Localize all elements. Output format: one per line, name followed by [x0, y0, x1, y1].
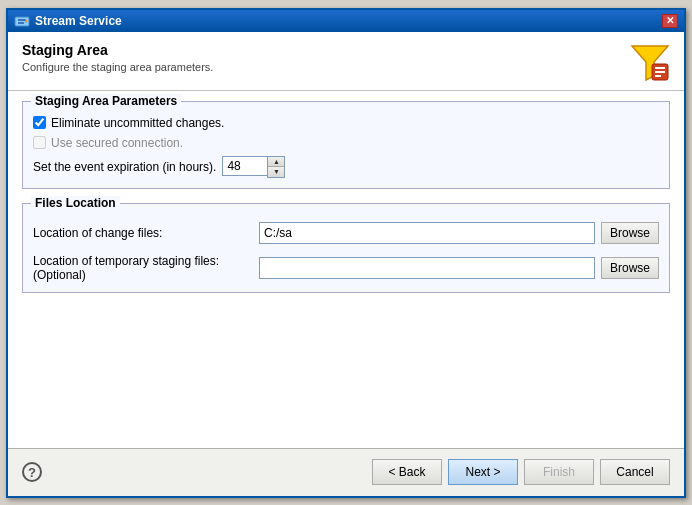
back-button[interactable]: < Back	[372, 459, 442, 485]
header-text: Staging Area Configure the staging area …	[22, 42, 213, 73]
window-body: Staging Area Configure the staging area …	[8, 32, 684, 496]
page-title: Staging Area	[22, 42, 213, 58]
staging-params-group: Staging Area Parameters Eliminate uncomm…	[22, 101, 670, 189]
footer-buttons: < Back Next > Finish Cancel	[372, 459, 670, 485]
title-bar-left: Stream Service	[14, 13, 122, 29]
next-button[interactable]: Next >	[448, 459, 518, 485]
spinner-buttons: ▲ ▼	[267, 156, 285, 178]
footer: ? < Back Next > Finish Cancel	[8, 448, 684, 496]
change-files-label: Location of change files:	[33, 226, 253, 240]
expiration-label: Set the event expiration (in hours).	[33, 160, 216, 174]
change-files-browse-button[interactable]: Browse	[601, 222, 659, 244]
title-bar: Stream Service ✕	[8, 10, 684, 32]
temp-files-label: Location of temporary staging files: (Op…	[33, 254, 253, 282]
temp-files-browse-button[interactable]: Browse	[601, 257, 659, 279]
change-files-row: Location of change files: Browse	[33, 222, 659, 244]
change-files-input[interactable]	[259, 222, 595, 244]
secure-row: Use secured connection.	[33, 136, 659, 150]
files-location-title: Files Location	[31, 196, 120, 210]
page-subtitle: Configure the staging area parameters.	[22, 61, 213, 73]
spinner-down-button[interactable]: ▼	[268, 167, 284, 177]
temp-files-input[interactable]	[259, 257, 595, 279]
finish-button[interactable]: Finish	[524, 459, 594, 485]
secure-checkbox	[33, 136, 46, 149]
temp-files-row: Location of temporary staging files: (Op…	[33, 254, 659, 282]
header-icon	[630, 42, 670, 82]
files-location-group: Files Location Location of change files:…	[22, 203, 670, 293]
eliminate-checkbox[interactable]	[33, 116, 46, 129]
expiration-row: Set the event expiration (in hours). ▲ ▼	[33, 156, 659, 178]
main-content: Staging Area Parameters Eliminate uncomm…	[8, 91, 684, 448]
staging-params-content: Eliminate uncommitted changes. Use secur…	[33, 116, 659, 178]
main-window: Stream Service ✕ Staging Area Configure …	[6, 8, 686, 498]
secure-label: Use secured connection.	[51, 136, 183, 150]
spinner-up-button[interactable]: ▲	[268, 157, 284, 167]
window-title: Stream Service	[35, 14, 122, 28]
footer-left: ?	[22, 462, 42, 482]
eliminate-label: Eliminate uncommitted changes.	[51, 116, 224, 130]
eliminate-row: Eliminate uncommitted changes.	[33, 116, 659, 130]
expiration-input[interactable]	[222, 156, 267, 176]
close-button[interactable]: ✕	[662, 14, 678, 28]
header-section: Staging Area Configure the staging area …	[8, 32, 684, 91]
help-button[interactable]: ?	[22, 462, 42, 482]
expiration-spinner: ▲ ▼	[222, 156, 285, 178]
cancel-button[interactable]: Cancel	[600, 459, 670, 485]
app-icon	[14, 13, 30, 29]
staging-params-title: Staging Area Parameters	[31, 94, 181, 108]
